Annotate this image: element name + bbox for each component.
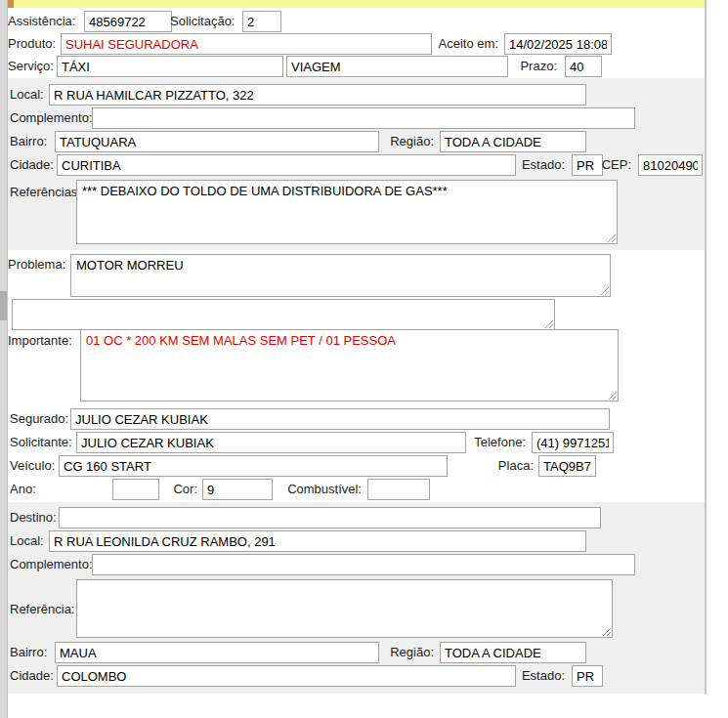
estado-destino-label: Estado: [516,665,565,687]
cidade-destino-label: Cidade: [10,665,54,687]
solicitacao-input[interactable] [242,11,281,32]
importante-label: Importante: [8,330,72,352]
placa-label: Placa: [485,455,534,477]
bairro-destino-input[interactable] [55,642,379,663]
assistance-form-page: Assistência: Solicitação: Produto: Aceit… [0,0,728,718]
produto-input[interactable] [61,33,432,55]
left-splitter-strip [0,0,8,718]
referencias-textarea[interactable]: *** DEBAIXO DO TOLDO DE UMA DISTRIBUIDOR… [77,181,617,243]
top-status-bar-cap [8,0,14,8]
prazo-label: Prazo: [508,56,557,77]
bairro-origem-label: Bairro: [10,131,47,152]
complemento-destino-label: Complemento: [10,554,93,575]
servico-label: Serviço: [8,56,54,77]
servico-tipo-input[interactable] [286,56,508,77]
cidade-destino-input[interactable] [57,665,516,687]
referencias-wrap: *** DEBAIXO DO TOLDO DE UMA DISTRIBUIDOR… [76,180,618,244]
destino-input[interactable] [59,507,601,528]
top-status-bar [9,0,705,8]
cidade-origem-label: Cidade: [10,154,54,176]
local-destino-label: Local: [10,530,44,552]
prazo-input[interactable] [565,56,602,77]
problema-textarea[interactable]: MOTOR MORREU [71,255,610,296]
bairro-destino-label: Bairro: [10,642,47,663]
local-destino-input[interactable] [49,530,586,552]
destino-label: Destino: [10,507,57,528]
problema-label: Problema: [8,254,65,275]
ano-label: Ano: [10,479,36,500]
solicitante-input[interactable] [76,432,466,453]
observacao-textarea[interactable] [13,300,554,329]
regiao-origem-input[interactable] [440,131,586,152]
referencia-destino-textarea[interactable] [77,580,612,637]
solicitante-label: Solicitante: [10,432,72,453]
telefone-input[interactable] [532,432,614,453]
bairro-origem-input[interactable] [55,131,379,152]
placa-input[interactable] [538,455,596,477]
referencia-destino-label: Referência: [10,599,74,620]
produto-label: Produto: [8,33,56,55]
cidade-origem-input[interactable] [57,154,516,176]
local-origem-label: Local: [10,84,44,106]
segurado-label: Segurado: [10,408,68,430]
solicitacao-label: Solicitação: [170,11,235,32]
telefone-label: Telefone: [469,432,526,453]
cep-origem-input[interactable] [638,154,703,176]
veiculo-label: Veículo: [10,455,55,477]
regiao-destino-input[interactable] [440,642,586,663]
importante-wrap: 01 OC * 200 KM SEM MALAS SEM PET / 01 PE… [80,329,619,401]
assistencia-input[interactable] [84,11,172,32]
complemento-origem-input[interactable] [92,107,635,129]
right-panel-divider [705,0,707,695]
assistencia-label: Assistência: [8,11,75,32]
cep-origem-label: CEP: [598,154,631,176]
complemento-destino-input[interactable] [92,554,635,575]
servico-input[interactable] [57,56,283,77]
regiao-destino-label: Região: [383,642,434,663]
veiculo-input[interactable] [59,455,448,477]
combustivel-input[interactable] [367,479,430,500]
complemento-origem-label: Complemento: [10,107,93,129]
referencia-destino-wrap [76,579,613,638]
cor-label: Cor: [168,479,197,500]
regiao-origem-label: Região: [383,131,434,152]
problema-wrap: MOTOR MORREU [70,254,611,297]
estado-destino-input[interactable] [572,665,603,687]
cor-input[interactable] [202,479,273,500]
aceito-em-input[interactable] [504,33,612,55]
importante-textarea[interactable]: 01 OC * 200 KM SEM MALAS SEM PET / 01 PE… [81,330,618,401]
segurado-input[interactable] [70,408,610,430]
aceito-em-label: Aceito em: [430,33,498,55]
splitter-handle[interactable] [0,291,7,320]
estado-origem-label: Estado: [516,154,565,176]
combustivel-label: Combustível: [283,479,362,500]
observacao-wrap [12,299,555,330]
local-origem-input[interactable] [49,84,586,106]
ano-input[interactable] [112,479,159,500]
referencias-label: Referências: [10,182,81,203]
